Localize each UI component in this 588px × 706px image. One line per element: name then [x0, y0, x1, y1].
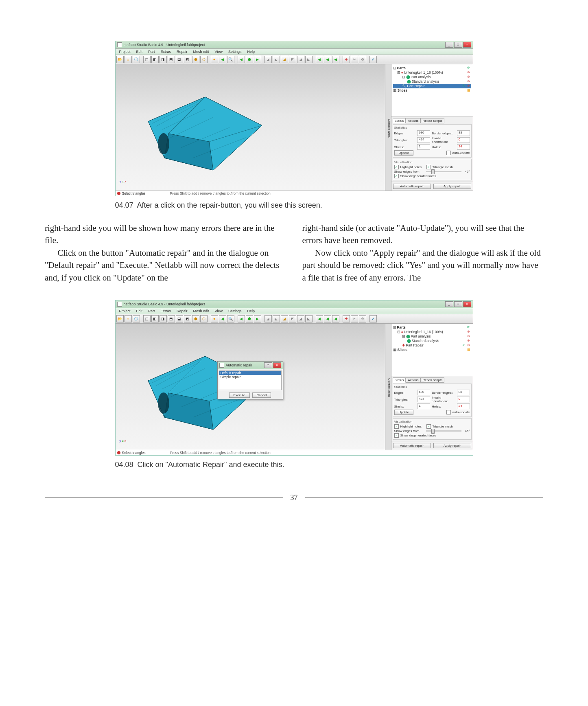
tool-nav3-icon[interactable]: ▶ — [254, 56, 261, 63]
tool-check-icon[interactable]: ✔ — [369, 56, 377, 63]
maximize-button[interactable]: □ — [454, 42, 462, 48]
tree-analysis[interactable]: ⊟ ⬤ Part analysis⊘ — [393, 75, 471, 79]
tool-home-icon[interactable]: ⌂ — [125, 56, 132, 63]
menu-edit[interactable]: Edit — [133, 309, 146, 314]
automatic-repair-button[interactable]: Automatic repair — [393, 184, 431, 189]
tree-part-repair[interactable]: 🔧 Part Repair✎⊘ — [393, 84, 471, 88]
tool-nav2-icon[interactable]: ⬟ — [246, 315, 253, 322]
tool-tri1-icon[interactable]: ◢ — [264, 56, 272, 63]
tool-play2-icon[interactable]: ◀ — [324, 56, 331, 63]
tab-status[interactable]: Status — [393, 377, 406, 383]
tool-open-icon[interactable]: 📂 — [116, 56, 124, 63]
edge-angle-slider[interactable] — [426, 171, 462, 172]
option-simple-repair[interactable]: Simple repair — [219, 375, 281, 379]
apply-repair-button[interactable]: Apply repair — [433, 443, 471, 448]
tree-part-repair[interactable]: ✚ Part Repair✔⊘ — [393, 343, 471, 348]
tool-cut-icon[interactable]: ✂ — [351, 56, 358, 63]
menu-project[interactable]: Project — [116, 49, 133, 54]
tool-box1-icon[interactable]: ▢ — [143, 315, 151, 322]
tool-box4-icon[interactable]: ⬒ — [168, 56, 175, 63]
repair-options-list[interactable]: Default repair Simple repair — [219, 371, 282, 390]
tool-plus-icon[interactable]: ✚ — [343, 315, 350, 322]
tool-cut-icon[interactable]: ✂ — [351, 315, 358, 322]
tool-nav1-icon[interactable]: ◀ — [238, 315, 245, 322]
tool-check-icon[interactable]: ✔ — [369, 315, 377, 322]
tab-actions[interactable]: Actions — [406, 377, 420, 383]
tool-tri5-icon[interactable]: ◢ — [297, 56, 304, 63]
tool-home-icon[interactable]: ⌂ — [125, 315, 132, 322]
tool-box8-icon[interactable]: ⬡ — [200, 315, 208, 322]
menu-view[interactable]: View — [212, 309, 225, 314]
menu-edit[interactable]: Edit — [133, 49, 146, 54]
tree-slices[interactable]: ▦ Slices▦ — [393, 348, 471, 352]
tool-zoom-icon[interactable]: 🔍 — [227, 56, 234, 63]
menu-repair[interactable]: Repair — [174, 309, 190, 314]
minimize-button[interactable]: _ — [445, 42, 453, 48]
minimize-button[interactable]: _ — [445, 301, 453, 307]
tool-circle-icon[interactable]: ● — [211, 315, 218, 322]
tool-tri6-icon[interactable]: ◣ — [305, 315, 313, 322]
triangle-mesh-checkbox[interactable]: ✓ — [426, 165, 431, 169]
tool-tri2-icon[interactable]: ◣ — [273, 315, 280, 322]
tab-repair-scripts[interactable]: Repair scripts — [420, 118, 444, 123]
update-button[interactable]: Update — [394, 150, 414, 156]
tool-left-icon[interactable]: ◀ — [219, 56, 226, 63]
tool-gear-icon[interactable]: ⚙ — [359, 56, 366, 63]
tool-box5-icon[interactable]: ⬓ — [176, 315, 183, 322]
update-button[interactable]: Update — [394, 410, 414, 415]
tool-info-icon[interactable]: ⓘ — [133, 56, 140, 63]
tool-box6-icon[interactable]: ◩ — [184, 315, 191, 322]
tree-slices[interactable]: ▦ Slices▦ — [393, 88, 471, 93]
tool-circle-icon[interactable]: ● — [211, 56, 218, 63]
tool-play3-icon[interactable]: ◀ — [332, 56, 339, 63]
tab-status[interactable]: Status — [393, 118, 406, 123]
tool-tri2-icon[interactable]: ◣ — [273, 56, 280, 63]
tool-box8-icon[interactable]: ⬡ — [200, 56, 208, 63]
close-button[interactable]: × — [463, 42, 471, 48]
dialog-help-button[interactable]: ? — [264, 362, 272, 368]
tree-analysis[interactable]: ⊟ ⬤ Part analysis⊘ — [393, 334, 471, 339]
tool-tri6-icon[interactable]: ◣ — [305, 56, 313, 63]
tool-tri4-icon[interactable]: ◤ — [289, 315, 296, 322]
tool-left-icon[interactable]: ◀ — [219, 315, 226, 322]
close-button[interactable]: × — [463, 301, 471, 307]
highlight-holes-checkbox[interactable]: ✓ — [394, 424, 399, 429]
menu-help[interactable]: Help — [245, 49, 258, 54]
tool-open-icon[interactable]: 📂 — [116, 315, 124, 322]
menu-part[interactable]: Part — [145, 49, 158, 54]
tool-tri1-icon[interactable]: ◢ — [264, 315, 272, 322]
context-area-tab[interactable]: Context area — [385, 324, 391, 450]
tool-box7-icon[interactable]: ⬢ — [192, 56, 199, 63]
tool-tri5-icon[interactable]: ◢ — [297, 315, 304, 322]
tool-info-icon[interactable]: ⓘ — [133, 315, 140, 322]
tool-box7-icon[interactable]: ⬢ — [192, 315, 199, 322]
tree-part-item[interactable]: ⊟ ● Unterlegkeil 1_16 (100%)⊘ — [393, 70, 471, 75]
auto-update-checkbox[interactable] — [446, 410, 451, 414]
tool-tri4-icon[interactable]: ◤ — [289, 56, 296, 63]
viewport-3d[interactable]: y z x — [116, 64, 385, 191]
tool-box3-icon[interactable]: ◨ — [160, 56, 167, 63]
tool-plus-icon[interactable]: ✚ — [343, 56, 350, 63]
context-area-tab[interactable]: Context area — [385, 64, 391, 191]
menu-project[interactable]: Project — [116, 309, 133, 314]
tool-nav1-icon[interactable]: ◀ — [238, 56, 245, 63]
tool-box6-icon[interactable]: ◩ — [184, 56, 191, 63]
tool-box1-icon[interactable]: ▢ — [143, 56, 151, 63]
tree-standard[interactable]: ⬤ Standard analysis⊘ — [393, 339, 471, 343]
tab-repair-scripts[interactable]: Repair scripts — [420, 377, 444, 383]
menu-settings[interactable]: Settings — [225, 309, 245, 314]
tab-actions[interactable]: Actions — [406, 118, 420, 123]
tool-nav3-icon[interactable]: ▶ — [254, 315, 261, 322]
tool-box2-icon[interactable]: ◧ — [151, 315, 159, 322]
show-degen-checkbox[interactable]: ✓ — [394, 433, 399, 438]
tool-play1-icon[interactable]: ◀ — [316, 56, 323, 63]
tool-play2-icon[interactable]: ◀ — [324, 315, 331, 322]
tool-tri3-icon[interactable]: ◢ — [281, 56, 288, 63]
show-degen-checkbox[interactable]: ✓ — [394, 174, 399, 178]
tree-parts[interactable]: ⊟ Parts⟳ — [393, 66, 471, 70]
menu-view[interactable]: View — [212, 49, 225, 54]
menu-meshedit[interactable]: Mesh edit — [190, 49, 212, 54]
automatic-repair-button[interactable]: Automatic repair — [393, 443, 431, 448]
tool-tri3-icon[interactable]: ◢ — [281, 315, 288, 322]
tool-play3-icon[interactable]: ◀ — [332, 315, 339, 322]
